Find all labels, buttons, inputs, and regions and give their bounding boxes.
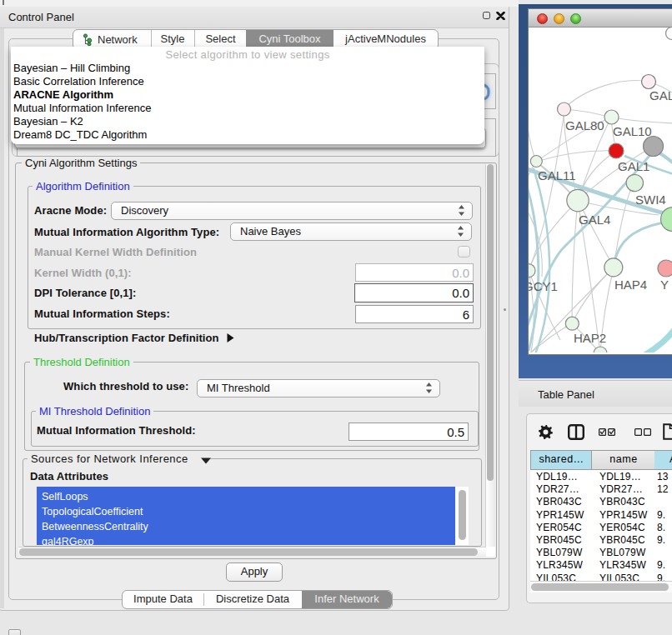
svg-text:GAL7: GAL7 [649,88,672,102]
svg-text:HAP4: HAP4 [614,278,647,292]
svg-text:GAL1: GAL1 [618,159,649,173]
svg-text:GCY1: GCY1 [529,279,558,293]
svg-text:Y: Y [660,278,669,292]
svg-text:SWI4: SWI4 [635,192,666,207]
svg-text:HAP2: HAP2 [574,331,606,345]
svg-text:GAL4: GAL4 [579,212,610,227]
svg-text:GAL10: GAL10 [613,124,652,138]
svg-text:GAL11: GAL11 [538,168,576,182]
svg-text:GAL80: GAL80 [565,118,604,132]
